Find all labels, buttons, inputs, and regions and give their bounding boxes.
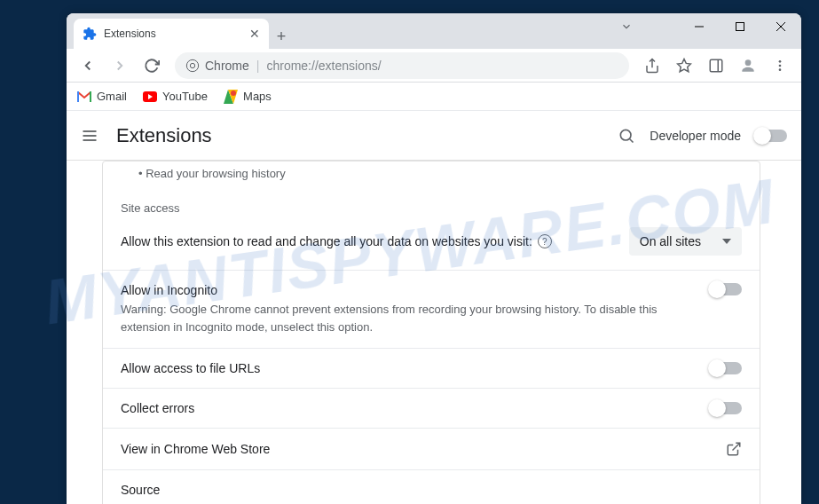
svg-marker-7: [678, 59, 691, 71]
collect-errors-row: Collect errors: [103, 388, 760, 428]
svg-point-20: [231, 91, 236, 96]
incognito-warning: Warning: Google Chrome cannot prevent ex…: [121, 301, 696, 335]
svg-line-25: [630, 138, 634, 142]
browser-window: Extensions ✕ + Chrome | chrome://extensi…: [67, 13, 801, 504]
site-access-row: Allow this extension to read and change …: [103, 218, 760, 270]
svg-point-4: [186, 59, 198, 71]
bookmark-youtube[interactable]: YouTube: [143, 90, 208, 104]
developer-mode-label: Developer mode: [650, 129, 741, 143]
svg-point-10: [745, 59, 752, 66]
site-access-text: Allow this extension to read and change …: [121, 234, 532, 248]
collect-errors-label: Collect errors: [121, 401, 194, 415]
svg-rect-14: [77, 91, 79, 102]
menu-icon[interactable]: [766, 51, 794, 80]
bookmark-star-icon[interactable]: [670, 51, 698, 80]
search-icon[interactable]: [618, 127, 635, 145]
extension-detail-card: • Read your browsing history Site access…: [102, 161, 760, 504]
side-panel-icon[interactable]: [702, 51, 730, 80]
minimize-button[interactable]: [679, 13, 720, 40]
file-urls-row: Allow access to file URLs: [103, 348, 760, 388]
web-store-label: View in Chrome Web Store: [121, 442, 270, 456]
tab-title: Extensions: [104, 28, 156, 40]
maximize-button[interactable]: [720, 13, 760, 40]
collect-errors-toggle[interactable]: [710, 402, 742, 414]
titlebar: Extensions ✕ +: [67, 13, 801, 49]
maps-icon: [224, 90, 238, 104]
close-icon[interactable]: ✕: [249, 27, 260, 41]
permission-item: • Read your browsing history: [103, 161, 760, 189]
back-button[interactable]: [74, 51, 102, 80]
bookmark-maps[interactable]: Maps: [224, 90, 272, 104]
source-row: Source: [103, 469, 760, 504]
bookmark-label: Gmail: [97, 90, 127, 103]
forward-button[interactable]: [106, 51, 134, 80]
svg-rect-1: [736, 23, 744, 31]
bookmark-label: YouTube: [162, 90, 208, 103]
reload-button[interactable]: [138, 51, 166, 80]
content-area[interactable]: • Read your browsing history Site access…: [67, 161, 787, 504]
svg-marker-26: [722, 239, 731, 244]
bookmark-label: Maps: [243, 90, 272, 103]
external-link-icon: [726, 441, 742, 457]
svg-rect-15: [90, 91, 91, 102]
file-urls-toggle[interactable]: [710, 362, 742, 374]
web-store-row[interactable]: View in Chrome Web Store: [103, 428, 760, 469]
svg-point-11: [779, 60, 782, 63]
site-access-heading: Site access: [103, 189, 760, 218]
scheme-label: Chrome: [205, 59, 249, 73]
site-access-dropdown[interactable]: On all sites: [629, 227, 742, 256]
svg-point-5: [190, 63, 194, 67]
svg-point-13: [779, 68, 782, 71]
bookmarks-bar: Gmail YouTube Maps: [67, 83, 801, 111]
source-label: Source: [121, 483, 160, 497]
hamburger-icon[interactable]: [81, 127, 102, 145]
svg-point-24: [621, 130, 632, 140]
separator: |: [256, 59, 260, 73]
file-urls-label: Allow access to file URLs: [121, 361, 260, 375]
toolbar: Chrome | chrome://extensions/: [67, 49, 801, 83]
chrome-scheme-icon: Chrome: [185, 59, 249, 73]
gmail-icon: [77, 90, 91, 104]
new-tab-button[interactable]: +: [269, 24, 294, 49]
developer-mode-toggle[interactable]: [755, 130, 787, 142]
svg-point-12: [779, 64, 782, 67]
svg-rect-8: [710, 59, 722, 72]
dropdown-value: On all sites: [640, 234, 701, 248]
address-bar[interactable]: Chrome | chrome://extensions/: [175, 52, 629, 79]
url-text: chrome://extensions/: [266, 59, 381, 73]
chevron-down-icon: [722, 239, 731, 244]
share-icon[interactable]: [638, 51, 666, 80]
incognito-label: Allow in Incognito: [121, 283, 696, 297]
profile-icon[interactable]: [734, 51, 762, 80]
youtube-icon: [143, 90, 157, 104]
tab-search-icon[interactable]: [620, 20, 633, 33]
bookmark-gmail[interactable]: Gmail: [77, 90, 127, 104]
close-window-button[interactable]: [760, 13, 801, 40]
extensions-header: Extensions Developer mode: [67, 111, 801, 161]
page-title: Extensions: [116, 124, 212, 147]
help-icon[interactable]: ?: [538, 234, 552, 248]
puzzle-icon: [83, 27, 97, 41]
svg-line-27: [733, 443, 740, 450]
tab-extensions[interactable]: Extensions ✕: [74, 19, 269, 49]
incognito-toggle[interactable]: [710, 283, 742, 295]
allow-incognito-row: Allow in Incognito Warning: Google Chrom…: [103, 270, 760, 348]
window-controls: [679, 13, 801, 40]
